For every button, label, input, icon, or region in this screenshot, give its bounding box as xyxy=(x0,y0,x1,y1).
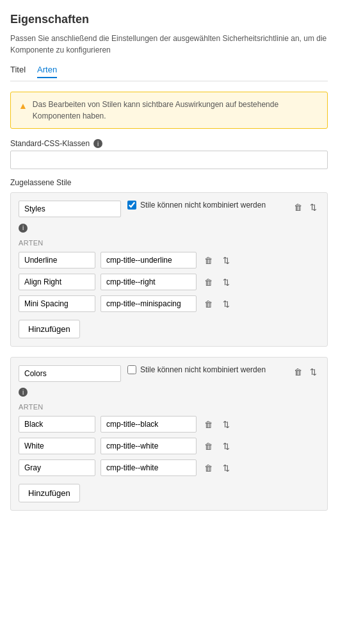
allowed-styles-label: Zugelassene Stile xyxy=(10,178,328,187)
updown-icon xyxy=(310,367,317,377)
style-group-styles-checkbox[interactable] xyxy=(127,201,136,210)
tab-bar: Titel Arten xyxy=(10,65,328,81)
warning-text: Das Bearbeiten von Stilen kann sichtbare… xyxy=(33,99,319,122)
updown-icon xyxy=(223,299,230,309)
style-row-black-class-input[interactable] xyxy=(101,416,197,433)
style-row-white-name-input[interactable] xyxy=(19,438,95,454)
trash-icon xyxy=(204,299,213,309)
style-row-gray-name-input[interactable] xyxy=(19,459,95,476)
style-row-mini-spacing-reorder-btn[interactable] xyxy=(220,297,232,310)
style-group-colors-delete-btn[interactable] xyxy=(291,365,305,378)
style-group-colors-reorder-btn[interactable] xyxy=(307,365,319,378)
style-group-styles-delete-btn[interactable] xyxy=(291,201,305,213)
updown-icon xyxy=(223,277,230,287)
trash-icon xyxy=(204,441,213,451)
style-row-mini-spacing-delete-btn[interactable] xyxy=(202,297,215,310)
style-group-styles: Stile können nicht kombiniert werden i A… xyxy=(10,192,328,347)
style-group-colors-checkbox-label: Stile können nicht kombiniert werden xyxy=(127,365,285,374)
style-row-mini-spacing-name-input[interactable] xyxy=(19,295,95,312)
style-row-black-delete-btn[interactable] xyxy=(202,418,215,431)
style-row-white xyxy=(19,438,319,454)
style-group-styles-name-input[interactable] xyxy=(19,201,121,217)
page-description: Passen Sie anschließend die Einstellunge… xyxy=(10,33,328,56)
updown-icon xyxy=(223,441,230,451)
style-row-underline-class-input[interactable] xyxy=(101,252,197,268)
style-row-gray-delete-btn[interactable] xyxy=(202,461,215,474)
style-row-underline-name-input[interactable] xyxy=(19,252,95,268)
styles-arten-label: Arten xyxy=(19,239,319,247)
warning-icon: ▲ xyxy=(19,99,28,113)
css-classes-info-icon[interactable]: i xyxy=(93,139,102,148)
style-row-gray-class-input[interactable] xyxy=(101,459,197,476)
colors-add-button[interactable]: Hinzufügen xyxy=(19,484,80,502)
tab-arten[interactable]: Arten xyxy=(37,65,57,78)
style-row-mini-spacing xyxy=(19,295,319,312)
style-row-align-right-delete-btn[interactable] xyxy=(202,276,215,288)
trash-icon xyxy=(294,202,302,212)
trash-icon xyxy=(204,255,213,265)
style-row-black-name-input[interactable] xyxy=(19,416,95,433)
tab-titel[interactable]: Titel xyxy=(10,65,26,78)
style-group-styles-reorder-btn[interactable] xyxy=(307,201,319,213)
css-classes-input[interactable] xyxy=(10,151,328,169)
style-row-underline-delete-btn[interactable] xyxy=(202,254,215,267)
style-row-black-reorder-btn[interactable] xyxy=(220,418,232,431)
style-row-gray-reorder-btn[interactable] xyxy=(220,461,232,474)
updown-icon xyxy=(310,202,317,212)
style-row-white-class-input[interactable] xyxy=(101,438,197,454)
trash-icon xyxy=(204,277,213,287)
style-row-align-right-name-input[interactable] xyxy=(19,274,95,290)
updown-icon xyxy=(223,255,230,265)
style-row-white-reorder-btn[interactable] xyxy=(220,440,232,452)
styles-add-button[interactable]: Hinzufügen xyxy=(19,320,80,338)
style-row-gray xyxy=(19,459,319,476)
style-row-mini-spacing-class-input[interactable] xyxy=(101,295,197,312)
style-row-align-right-reorder-btn[interactable] xyxy=(220,276,232,288)
style-group-styles-checkbox-label: Stile können nicht kombiniert werden xyxy=(127,201,285,210)
style-row-white-delete-btn[interactable] xyxy=(202,440,215,452)
style-row-align-right-class-input[interactable] xyxy=(101,274,197,290)
style-row-black xyxy=(19,416,319,433)
warning-box: ▲ Das Bearbeiten von Stilen kann sichtba… xyxy=(10,92,328,129)
style-group-colors-name-input[interactable] xyxy=(19,365,121,382)
style-row-underline xyxy=(19,252,319,268)
updown-icon xyxy=(223,419,230,429)
colors-group-info-icon[interactable]: i xyxy=(19,388,28,397)
trash-icon xyxy=(204,419,213,429)
trash-icon xyxy=(204,463,213,473)
page-title: Eigenschaften xyxy=(10,13,328,26)
trash-icon xyxy=(294,367,302,377)
style-group-colors: Stile können nicht kombiniert werden i A… xyxy=(10,357,328,511)
colors-arten-label: Arten xyxy=(19,403,319,411)
css-classes-label: Standard-CSS-Klassen i xyxy=(10,139,328,148)
styles-group-info-icon[interactable]: i xyxy=(19,224,28,233)
style-group-colors-checkbox[interactable] xyxy=(127,365,136,374)
style-row-align-right xyxy=(19,274,319,290)
style-row-underline-reorder-btn[interactable] xyxy=(220,254,232,267)
updown-icon xyxy=(223,463,230,473)
